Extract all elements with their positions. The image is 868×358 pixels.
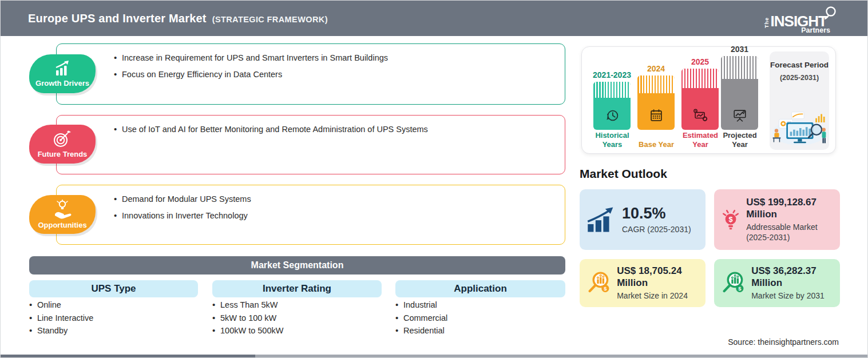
badge-label: Future Trends: [38, 150, 88, 158]
svg-text:$: $: [604, 286, 607, 292]
page-title-text: Europe UPS and Inverter Market: [28, 12, 207, 25]
list-item: 100kW to 500kW: [212, 326, 283, 335]
market-size-2031-card: $ US$ 36,282.37 Million Market Size by 2…: [714, 259, 840, 307]
segment-header-ups-type: UPS Type: [29, 280, 198, 297]
timeline-year-label: 2024: [647, 64, 665, 73]
dollar-lightbulb-icon: $: [721, 205, 740, 234]
magnifier-lens-icon: [823, 6, 837, 22]
timeline-bar: [593, 82, 631, 130]
source-attribution: Source: theinsightpartners.com: [728, 337, 839, 347]
target-dart-icon: [53, 130, 72, 148]
brand-logo: The INSIGHT Partners: [764, 6, 837, 34]
bullet-item: Focus on Energy Efficiency in Data Cente…: [114, 70, 553, 79]
timeline-bar: [721, 56, 758, 130]
growth-drivers-box: Increase in Requirement for UPS and Smar…: [56, 43, 565, 105]
analysts-illustration: [771, 110, 828, 146]
application-list: Industrial Commercial Residential: [395, 300, 447, 339]
header-bar: Europe UPS and Inverter Market (STRATEGI…: [1, 1, 868, 36]
timeline-bar: [637, 75, 675, 130]
timeline-year-label: 2031: [731, 45, 748, 54]
market-size-2031-value: US$ 36,282.37 Million: [751, 265, 833, 289]
footer-bar-light: [255, 355, 868, 357]
footer-bar-dark: [1, 355, 255, 357]
timeline-bar-base: 2024: [637, 64, 675, 130]
calendar-icon: [647, 106, 665, 125]
market-size-2031-label: Market Size by 2031: [751, 291, 833, 301]
timeline-year-label: 2025: [691, 57, 709, 66]
market-segmentation-title: Market Segmentation: [251, 260, 344, 271]
logo-the-text: The: [764, 16, 770, 28]
market-size-2024-value: US$ 18,705.24 Million: [617, 265, 699, 289]
market-size-2024-card: $ US$ 18,705.24 Million Market Size in 2…: [580, 259, 706, 307]
timeline-bar-caption: Base Year: [634, 140, 679, 149]
growth-drivers-badge: Growth Drivers: [29, 54, 96, 93]
timeline-panel: 2021-2023 Historical Years 2024: [581, 46, 836, 154]
list-item: Commercial: [395, 313, 447, 323]
page-title: Europe UPS and Inverter Market (STRATEGI…: [28, 12, 328, 25]
bullet-item: Innovations in Inverter Technology: [114, 211, 553, 220]
segment-header-application: Application: [395, 280, 565, 297]
opportunities-box: Demand for Modular UPS Systems Innovatio…: [56, 185, 565, 245]
svg-text:$: $: [738, 286, 742, 292]
list-item: Standby: [29, 326, 93, 335]
cagr-value: 10.5%: [622, 204, 691, 223]
hand-lightbulb-icon: [52, 200, 73, 219]
future-trends-badge: Future Trends: [29, 125, 96, 164]
timeline-bar: [681, 69, 719, 130]
addressable-market-label: Addressable Market (2025-2031): [746, 222, 833, 242]
list-item: 5kW to 100 kW: [212, 313, 283, 323]
inverter-rating-list: Less Than 5kW 5kW to 100 kW 100kW to 500…: [212, 300, 283, 339]
history-clock-icon: [603, 106, 621, 125]
timeline-year-label: 2021-2023: [593, 70, 631, 79]
page-subtitle-text: (STRATEGIC FRAMEWORK): [212, 15, 328, 24]
list-item: Online: [29, 300, 93, 309]
growth-bars-arrow-icon: [586, 206, 616, 233]
list-item: Industrial: [395, 300, 447, 309]
list-item: Line Interactive: [29, 313, 93, 323]
list-item: Residential: [395, 326, 447, 335]
bullet-item: Use of IoT and AI for Better Monitoring …: [114, 125, 553, 134]
future-trends-box: Use of IoT and AI for Better Monitoring …: [56, 115, 565, 174]
bar-chart-rising-icon: [53, 60, 72, 77]
segment-header-label: UPS Type: [91, 283, 136, 295]
timeline-bar-caption: Historical Years: [590, 131, 635, 150]
addressable-market-card: $ US$ 199,128.67 Million Addressable Mar…: [714, 189, 840, 250]
forecast-period-range: (2025-2031): [780, 74, 819, 82]
magnifier-bars-icon: $: [721, 268, 746, 298]
badge-label: Opportunities: [38, 221, 86, 229]
addressable-market-value: US$ 199,128.67 Million: [746, 197, 833, 220]
opportunities-badge: Opportunities: [29, 195, 96, 234]
segment-header-label: Inverter Rating: [263, 283, 331, 295]
segment-header-label: Application: [454, 283, 507, 295]
timeline-bar-projected: 2031: [721, 45, 758, 130]
timeline-bar-caption: Projected Year: [718, 131, 762, 150]
svg-text:$: $: [729, 215, 733, 224]
timeline-bar-historical: 2021-2023: [593, 70, 631, 130]
bullet-item: Demand for Modular UPS Systems: [114, 194, 553, 204]
timeline-bar-estimated: 2025: [681, 57, 719, 130]
presentation-chart-icon: [731, 106, 749, 125]
forecast-period-box: Forecast Period (2025-2031): [770, 51, 829, 150]
analytics-gear-icon: [691, 106, 710, 125]
badge-label: Growth Drivers: [35, 79, 89, 87]
timeline-bar-caption: Estimated Year: [678, 131, 723, 150]
market-segmentation-header: Market Segmentation: [29, 256, 565, 275]
segment-header-inverter-rating: Inverter Rating: [212, 280, 382, 297]
ups-type-list: Online Line Interactive Standby: [29, 300, 93, 339]
cagr-label: CAGR (2025-2031): [622, 224, 691, 234]
cagr-card: 10.5% CAGR (2025-2031): [580, 189, 706, 250]
market-outlook-title: Market Outlook: [580, 167, 667, 181]
magnifier-bars-icon: $: [586, 268, 611, 298]
market-size-2024-label: Market Size in 2024: [617, 291, 699, 301]
list-item: Less Than 5kW: [212, 300, 283, 309]
bullet-item: Increase in Requirement for UPS and Smar…: [114, 53, 553, 62]
forecast-period-title: Forecast Period: [770, 61, 829, 70]
